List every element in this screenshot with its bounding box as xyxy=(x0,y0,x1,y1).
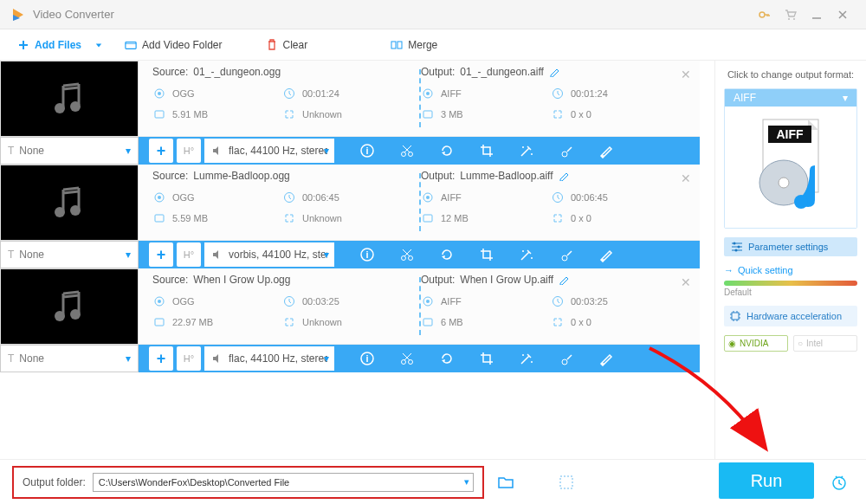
audio-track-select[interactable]: flac, 44100 Hz, stereo▾ xyxy=(204,139,334,163)
subtitle-select[interactable]: TNone▾ xyxy=(0,137,139,165)
svg-rect-55 xyxy=(423,319,432,326)
format-icon xyxy=(421,87,435,100)
svg-point-28 xyxy=(55,207,65,217)
edit-icon[interactable] xyxy=(559,275,569,285)
rotate-tool-icon[interactable] xyxy=(435,242,459,267)
add-subtitle-button[interactable]: + xyxy=(149,242,173,267)
rotate-tool-icon[interactable] xyxy=(435,139,459,163)
subtitle-select[interactable]: TNone▾ xyxy=(0,241,139,268)
audio-value: flac, 44100 Hz, stereo xyxy=(229,145,327,157)
hw-label: Hardware acceleration xyxy=(746,311,842,321)
format-name: AIFF xyxy=(734,92,756,104)
svg-point-49 xyxy=(158,300,161,303)
thumbnail[interactable] xyxy=(0,268,139,345)
watermark-tool-icon[interactable] xyxy=(554,139,578,163)
svg-point-62 xyxy=(531,361,533,363)
hardsub-button[interactable]: H° xyxy=(177,346,201,371)
cut-tool-icon[interactable] xyxy=(395,242,419,267)
format-preview: AIFF xyxy=(725,107,856,228)
add-subtitle-button[interactable]: + xyxy=(149,346,173,371)
run-button[interactable]: Run xyxy=(719,462,814,499)
key-icon[interactable] xyxy=(752,4,778,25)
svg-point-40 xyxy=(402,256,406,261)
resolution-icon xyxy=(551,107,565,121)
svg-point-11 xyxy=(70,101,81,112)
edit-icon[interactable] xyxy=(559,171,569,181)
watermark-tool-icon[interactable] xyxy=(554,242,578,267)
source-prefix: Source: xyxy=(152,66,188,78)
edit-tool-icon[interactable] xyxy=(594,346,618,371)
svg-text:i: i xyxy=(365,145,368,156)
run-label: Run xyxy=(751,471,783,491)
out-format: AIFF xyxy=(441,88,462,99)
edit-tool-icon[interactable] xyxy=(594,139,618,163)
add-folder-button[interactable]: Add Video Folder xyxy=(116,36,231,55)
effects-tool-icon[interactable] xyxy=(514,139,539,163)
output-folder-select[interactable]: C:\Users\WonderFox\Desktop\Converted Fil… xyxy=(93,473,474,492)
format-card[interactable]: AIFF▾ AIFF xyxy=(724,88,857,229)
film-icon-button[interactable] xyxy=(553,469,579,495)
hardsub-button[interactable]: H° xyxy=(177,139,201,163)
info-tool-icon[interactable]: i xyxy=(355,346,379,371)
edit-icon[interactable] xyxy=(549,67,559,77)
merge-button[interactable]: Merge xyxy=(382,36,446,55)
cart-icon[interactable] xyxy=(778,4,804,25)
svg-rect-51 xyxy=(155,319,164,326)
open-folder-button[interactable] xyxy=(493,469,519,495)
row-action-bar: TNone▾ +H°vorbis, 44100 Hz, stereo▾ i xyxy=(0,241,700,268)
audio-track-select[interactable]: vorbis, 44100 Hz, stereo▾ xyxy=(204,242,334,267)
effects-tool-icon[interactable] xyxy=(514,242,539,267)
info-tool-icon[interactable]: i xyxy=(355,242,379,267)
dropdown-caret-icon[interactable] xyxy=(95,42,102,48)
add-subtitle-button[interactable]: + xyxy=(149,139,173,163)
svg-rect-9 xyxy=(397,42,402,48)
source-prefix: Source: xyxy=(152,274,188,286)
svg-point-27 xyxy=(562,152,567,157)
add-files-button[interactable]: Add Files xyxy=(9,36,90,55)
svg-point-29 xyxy=(70,205,81,216)
info-tool-icon[interactable]: i xyxy=(355,139,379,163)
speaker-icon xyxy=(211,352,223,365)
hardsub-button[interactable]: H° xyxy=(177,242,201,267)
out-format: AIFF xyxy=(441,296,462,307)
watermark-tool-icon[interactable] xyxy=(554,346,578,371)
edit-tool-icon[interactable] xyxy=(594,242,618,267)
clear-button[interactable]: Clear xyxy=(257,36,317,55)
src-duration: 00:06:45 xyxy=(302,192,339,203)
parameter-settings-button[interactable]: Parameter settings xyxy=(724,237,857,256)
subtitle-select[interactable]: TNone▾ xyxy=(0,345,139,372)
svg-point-72 xyxy=(734,242,736,245)
out-resolution: 0 x 0 xyxy=(571,213,591,223)
crop-tool-icon[interactable] xyxy=(475,346,499,371)
crop-tool-icon[interactable] xyxy=(475,242,499,267)
cut-tool-icon[interactable] xyxy=(395,139,419,163)
minimize-button[interactable] xyxy=(804,4,830,25)
thumbnail[interactable] xyxy=(0,165,139,241)
chip-icon xyxy=(729,310,741,322)
out-size: 12 MB xyxy=(441,213,469,223)
svg-rect-8 xyxy=(391,42,396,48)
svg-point-53 xyxy=(426,300,430,303)
schedule-button[interactable] xyxy=(826,469,852,495)
title-bar: Video Converter xyxy=(0,0,866,29)
audio-track-select[interactable]: flac, 44100 Hz, stereo▾ xyxy=(204,346,334,371)
subtitle-value: None xyxy=(19,249,44,261)
cut-tool-icon[interactable] xyxy=(395,346,419,371)
close-button[interactable] xyxy=(830,4,856,25)
remove-row-button[interactable]: ✕ xyxy=(681,68,691,81)
svg-point-23 xyxy=(409,152,413,157)
main-toolbar: Add Files Add Video Folder Clear Merge xyxy=(0,29,866,61)
remove-row-button[interactable]: ✕ xyxy=(681,171,691,185)
rotate-tool-icon[interactable] xyxy=(435,346,459,371)
src-duration: 00:01:24 xyxy=(302,88,339,99)
svg-point-58 xyxy=(402,360,406,365)
remove-row-button[interactable]: ✕ xyxy=(681,275,691,289)
hardware-accel-toggle[interactable]: Hardware acceleration xyxy=(724,306,857,326)
thumbnail[interactable] xyxy=(0,61,139,137)
effects-tool-icon[interactable] xyxy=(514,346,539,371)
quality-slider[interactable] xyxy=(724,281,857,286)
svg-point-35 xyxy=(426,196,430,199)
default-label: Default xyxy=(724,288,857,297)
crop-tool-icon[interactable] xyxy=(475,139,499,163)
src-format: OGG xyxy=(172,88,195,99)
